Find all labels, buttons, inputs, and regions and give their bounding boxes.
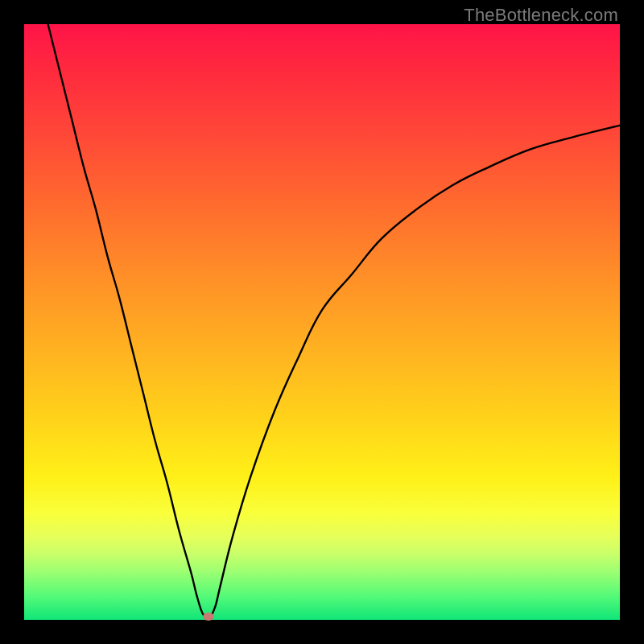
minimum-marker [203,613,214,621]
chart-frame: TheBottleneck.com [0,0,644,644]
plot-area [24,24,620,620]
watermark-text: TheBottleneck.com [464,5,618,26]
bottleneck-curve [24,24,620,620]
